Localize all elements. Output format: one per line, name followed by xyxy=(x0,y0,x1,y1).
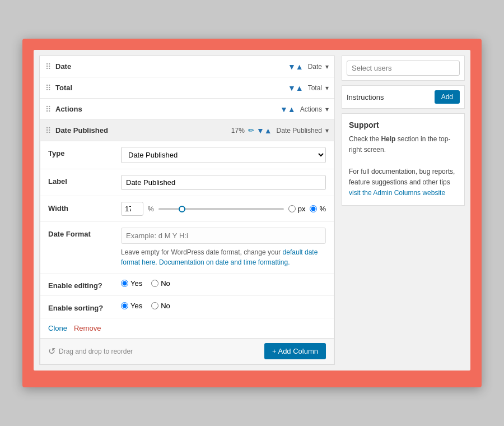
sorting-yes-label: Yes xyxy=(130,302,142,310)
type-field-row: Type Date Published xyxy=(40,141,334,169)
table-row[interactable]: ⠿ Actions ▼▲ Actions ▾ xyxy=(40,99,334,120)
drag-text: ↺ Drag and drop to reorder xyxy=(48,346,133,356)
enable-editing-field-row: Enable editing? Yes No xyxy=(40,274,334,296)
sorting-no-label: No xyxy=(161,302,170,310)
table-row[interactable]: ⠿ Total ▼▲ Total ▾ xyxy=(40,77,334,99)
column-name: Date Published xyxy=(55,126,231,135)
label-value xyxy=(121,175,326,190)
table-row[interactable]: ⠿ Date Published 17% ✏ ▼▲ Date Published… xyxy=(40,120,334,141)
enable-editing-controls: Yes No xyxy=(121,279,326,288)
label-field-row: Label xyxy=(40,169,334,196)
right-panel: Instructions Add Support Check the Help … xyxy=(342,55,465,365)
clone-remove-row: Clone Remove xyxy=(40,318,334,338)
width-unit-label: % xyxy=(148,205,154,213)
remove-link[interactable]: Remove xyxy=(74,324,101,332)
drag-handle-icon: ⠿ xyxy=(45,84,51,92)
edit-icon[interactable]: ✏ xyxy=(248,126,254,135)
drag-handle-icon: ⠿ xyxy=(45,126,51,135)
drag-icon: ↺ xyxy=(48,346,55,356)
column-type: Date xyxy=(308,63,322,71)
width-label: Width xyxy=(48,202,121,212)
instructions-box: Instructions Add xyxy=(342,85,465,109)
sort-icon[interactable]: ▼▲ xyxy=(256,126,272,135)
dropdown-icon[interactable]: ▾ xyxy=(325,63,329,71)
footer-bar: ↺ Drag and drop to reorder + Add Column xyxy=(40,339,334,364)
enable-sorting-field-row: Enable sorting? Yes No xyxy=(40,296,334,318)
column-type: Actions xyxy=(300,105,322,113)
enable-editing-label: Enable editing? xyxy=(48,279,121,290)
date-format-field-row: Date Format Leave empty for WordPress da… xyxy=(40,222,334,274)
sorting-yes-option[interactable]: Yes xyxy=(121,302,142,310)
width-slider[interactable] xyxy=(158,208,284,210)
percent-label: % xyxy=(319,205,326,213)
px-label: px xyxy=(298,205,306,213)
dropdown-icon[interactable]: ▾ xyxy=(325,105,329,113)
column-percent: 17% xyxy=(231,127,245,135)
support-text: Check the Help section in the top-right … xyxy=(349,134,458,198)
percent-radio[interactable] xyxy=(310,205,317,212)
support-box: Support Check the Help section in the to… xyxy=(342,113,465,206)
support-title: Support xyxy=(349,121,458,129)
clone-link[interactable]: Clone xyxy=(48,324,67,332)
date-format-value: Leave empty for WordPress date format, c… xyxy=(121,228,326,267)
date-format-help: Leave empty for WordPress date format, c… xyxy=(121,247,326,267)
admin-columns-link[interactable]: visit the Admin Columns website xyxy=(349,189,445,197)
editing-yes-option[interactable]: Yes xyxy=(121,279,142,288)
date-format-help-text1: Leave empty for WordPress date format, c… xyxy=(121,248,281,256)
instructions-label: Instructions xyxy=(347,93,384,101)
sort-icon[interactable]: ▼▲ xyxy=(288,62,304,71)
type-value: Date Published xyxy=(121,147,326,163)
content-area: ⠿ Date ▼▲ Date ▾ ⠿ Total ▼▲ Total ▾ ⠿ Ac… xyxy=(34,50,470,371)
sorting-yes-radio[interactable] xyxy=(121,302,128,309)
add-column-button[interactable]: + Add Column xyxy=(264,343,326,359)
main-wrapper: ⠿ Date ▼▲ Date ▾ ⠿ Total ▼▲ Total ▾ ⠿ Ac… xyxy=(22,39,482,387)
drag-handle-icon: ⠿ xyxy=(45,105,51,114)
left-panel: ⠿ Date ▼▲ Date ▾ ⠿ Total ▼▲ Total ▾ ⠿ Ac… xyxy=(39,55,335,365)
date-format-input[interactable] xyxy=(121,228,326,244)
sort-icon[interactable]: ▼▲ xyxy=(288,84,304,92)
expanded-section: Type Date Published Label W xyxy=(40,141,334,339)
width-controls: % px % xyxy=(121,202,326,216)
column-name: Date xyxy=(55,62,288,71)
column-name: Actions xyxy=(55,105,280,113)
add-button[interactable]: Add xyxy=(435,90,460,104)
column-type: Total xyxy=(308,84,322,92)
px-radio-option[interactable]: px xyxy=(288,205,306,213)
sorting-no-option[interactable]: No xyxy=(151,302,170,310)
type-select[interactable]: Date Published xyxy=(121,147,326,163)
column-type: Date Published xyxy=(277,127,322,135)
editing-no-label: No xyxy=(161,279,170,288)
dropdown-icon[interactable]: ▾ xyxy=(325,127,329,135)
editing-yes-label: Yes xyxy=(130,279,142,288)
editing-no-option[interactable]: No xyxy=(151,279,170,288)
select-users-box xyxy=(342,55,465,81)
editing-yes-radio[interactable] xyxy=(121,280,128,287)
dropdown-icon[interactable]: ▾ xyxy=(325,84,329,92)
date-format-label: Date Format xyxy=(48,228,121,238)
date-format-link2[interactable]: Documentation on date and time formattin… xyxy=(159,258,290,266)
width-field-row: Width % px % xyxy=(40,196,334,222)
editing-no-radio[interactable] xyxy=(151,280,158,287)
help-bold: Help xyxy=(381,135,395,143)
label-label: Label xyxy=(48,175,121,186)
enable-sorting-label: Enable sorting? xyxy=(48,302,121,312)
px-radio[interactable] xyxy=(288,205,296,212)
select-users-input[interactable] xyxy=(347,61,460,76)
sort-icon[interactable]: ▼▲ xyxy=(280,105,296,114)
enable-sorting-controls: Yes No xyxy=(121,302,326,310)
drag-label: Drag and drop to reorder xyxy=(59,348,133,355)
label-input[interactable] xyxy=(121,175,326,190)
width-input[interactable] xyxy=(121,202,143,216)
percent-radio-option[interactable]: % xyxy=(310,205,326,213)
type-label: Type xyxy=(48,147,121,158)
sorting-no-radio[interactable] xyxy=(151,302,158,309)
drag-handle-icon: ⠿ xyxy=(45,62,51,71)
column-name: Total xyxy=(55,84,288,92)
table-row[interactable]: ⠿ Date ▼▲ Date ▾ xyxy=(40,56,334,77)
